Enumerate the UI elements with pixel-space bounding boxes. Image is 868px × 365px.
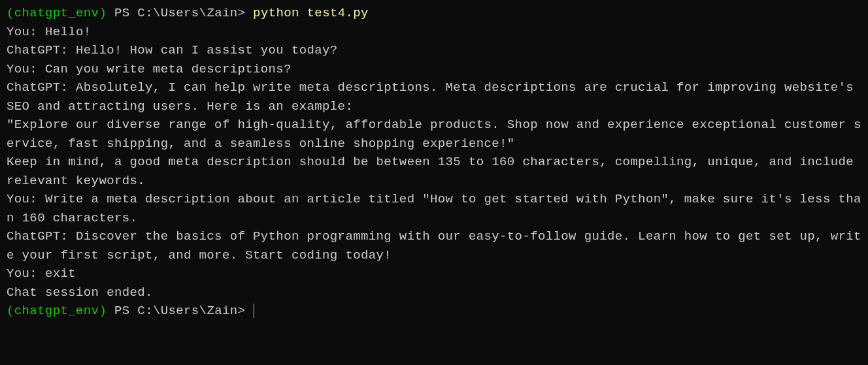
output-line: ChatGPT: Absolutely, I can help write me…	[7, 78, 861, 116]
env-paren-open: (	[7, 304, 14, 318]
env-paren-open: (	[7, 6, 14, 20]
prompt-line-1: (chatgpt_env) PS C:\Users\Zain> python t…	[7, 4, 861, 23]
cursor-icon	[254, 304, 254, 318]
output-line: "Explore our diverse range of high-quali…	[7, 116, 861, 153]
env-paren-close: )	[99, 304, 107, 318]
output-line: You: Can you write meta descriptions?	[7, 60, 861, 79]
env-paren-close: )	[99, 6, 107, 20]
prompt-gt: >	[238, 6, 254, 20]
ps-label: PS	[107, 6, 137, 20]
output-line: You: Hello!	[7, 23, 861, 42]
prompt-line-2[interactable]: (chatgpt_env) PS C:\Users\Zain>	[7, 302, 861, 321]
output-line: Keep in mind, a good meta description sh…	[7, 153, 861, 190]
output-line: ChatGPT: Discover the basics of Python p…	[7, 227, 861, 264]
command-text: python test4.py	[253, 6, 369, 20]
prompt-gt: >	[238, 304, 254, 318]
terminal-output[interactable]: (chatgpt_env) PS C:\Users\Zain> python t…	[7, 4, 861, 321]
path-text: C:\Users\Zain	[137, 304, 237, 318]
path-text: C:\Users\Zain	[137, 6, 237, 20]
ps-label: PS	[107, 304, 137, 318]
output-line: You: Write a meta description about an a…	[7, 190, 861, 227]
output-line: You: exit	[7, 264, 861, 283]
env-name: chatgpt_env	[14, 304, 99, 318]
env-name: chatgpt_env	[14, 6, 99, 20]
output-line: ChatGPT: Hello! How can I assist you tod…	[7, 41, 861, 60]
output-line: Chat session ended.	[7, 283, 861, 302]
